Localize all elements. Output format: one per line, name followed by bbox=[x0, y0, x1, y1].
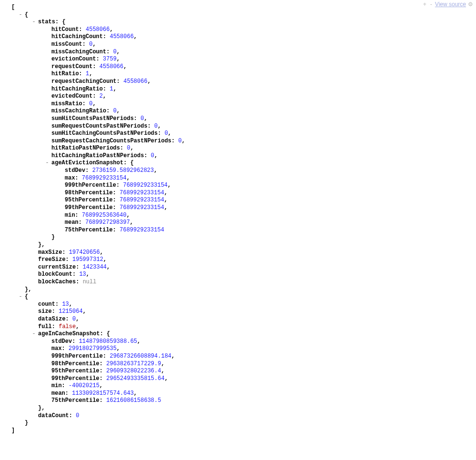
json-tree: [-{-stats: {hitCount: 4558066,hitCaching… bbox=[0, 0, 476, 444]
brace: { bbox=[25, 11, 28, 18]
brace: [ bbox=[11, 4, 15, 10]
collapse-toggle[interactable]: - bbox=[18, 293, 23, 301]
json-row-missCachingRatio: missCachingRatio: 0, bbox=[5, 108, 471, 115]
json-row: } bbox=[5, 420, 471, 427]
comma: , bbox=[76, 316, 79, 322]
json-value: 29609328022236.4 bbox=[106, 368, 161, 374]
colon: : bbox=[103, 33, 109, 40]
json-row-ageAtEvictionSnapshot: -ageAtEvictionSnapshot: { bbox=[5, 160, 471, 167]
json-row-currentSize: currentSize: 1423344, bbox=[5, 264, 471, 271]
comma: , bbox=[117, 108, 120, 114]
comma: , bbox=[168, 130, 171, 137]
json-value: 0 bbox=[127, 145, 130, 151]
colon: : bbox=[85, 167, 92, 174]
colon: : bbox=[158, 130, 164, 137]
comma: , bbox=[92, 41, 96, 48]
json-value: 4558066 bbox=[86, 26, 109, 33]
json-value: -40020215 bbox=[69, 382, 99, 389]
json-value: 0 bbox=[151, 152, 154, 159]
json-row-missCachingCount: missCachingCount: 0, bbox=[5, 49, 471, 56]
json-value: 4558066 bbox=[109, 33, 133, 40]
json-row-hitCachingRatioPastNPeriods: hitCachingRatioPastNPeriods: 0, bbox=[5, 152, 471, 160]
json-value: null bbox=[83, 279, 97, 285]
json-row: ] bbox=[5, 427, 471, 435]
json-row: -{ bbox=[5, 293, 471, 301]
json-row-max: max: 29918027999535, bbox=[5, 345, 471, 353]
colon: : bbox=[99, 397, 106, 404]
collapse-toggle[interactable]: - bbox=[31, 19, 36, 26]
json-row-hitRatioPastNPeriods: hitRatioPastNPeriods: 0, bbox=[5, 145, 471, 152]
comma: , bbox=[127, 212, 130, 219]
json-key: hitCount bbox=[51, 26, 79, 33]
json-row-mean: mean: 11330928157574.643, bbox=[5, 390, 471, 398]
json-value: 7689929233154 bbox=[82, 175, 127, 181]
json-row-75thPercentile: 75thPercentile: 7689929233154 bbox=[5, 227, 471, 234]
comma: , bbox=[134, 33, 137, 40]
json-row-freeSize: freeSize: 195997312, bbox=[5, 256, 471, 264]
comma: , bbox=[123, 63, 127, 70]
colon: : bbox=[171, 138, 178, 144]
collapse-toggle[interactable]: - bbox=[31, 330, 36, 338]
colon: : bbox=[62, 249, 69, 256]
json-value: 0 bbox=[178, 138, 181, 144]
colon: : bbox=[65, 390, 72, 397]
json-key: min bbox=[65, 212, 75, 219]
json-key: freeSize bbox=[38, 256, 66, 263]
json-row-95thPercentile: 95thPercentile: 29609328022236.4, bbox=[5, 368, 471, 375]
json-row-stdDev: stdDev: 2736159.5892962823, bbox=[5, 167, 471, 175]
colon: : bbox=[79, 219, 85, 226]
colon: : bbox=[92, 63, 99, 70]
json-value: 29652493335815.64 bbox=[106, 375, 164, 382]
json-row-98thPercentile: 98thPercentile: 29638263717229.9, bbox=[5, 360, 471, 368]
comma: , bbox=[127, 175, 130, 181]
comma: , bbox=[89, 70, 92, 77]
json-row: [ bbox=[5, 4, 471, 11]
colon: : bbox=[62, 345, 69, 352]
json-value: 13 bbox=[62, 301, 69, 308]
json-value: false bbox=[59, 323, 76, 330]
json-row-hitCachingCount: hitCachingCount: 4558066, bbox=[5, 33, 471, 41]
json-value: 0 bbox=[165, 130, 168, 137]
json-key: mean bbox=[51, 390, 65, 397]
json-row-999thPercentile: 999thPercentile: 29687326608894.184, bbox=[5, 353, 471, 360]
json-key: sumRequestCountsPastNPeriods bbox=[51, 123, 148, 130]
comma: , bbox=[107, 264, 110, 270]
collapse-toggle[interactable]: - bbox=[18, 11, 23, 19]
json-row-min: min: -40020215, bbox=[5, 382, 471, 390]
colon: : bbox=[62, 382, 69, 389]
json-key: 75thPercentile bbox=[65, 227, 113, 233]
json-value: 7689929233154 bbox=[119, 197, 164, 203]
json-key: hitCachingCount bbox=[51, 33, 103, 40]
colon: : bbox=[113, 197, 119, 203]
json-key: sumHitCachingCountsPastNPeriods bbox=[51, 130, 158, 137]
json-key: currentSize bbox=[38, 264, 76, 270]
comma: , bbox=[130, 145, 134, 151]
colon: : bbox=[52, 308, 59, 315]
json-key: 99thPercentile bbox=[51, 375, 99, 382]
comma: , bbox=[83, 308, 86, 315]
colon: : bbox=[52, 323, 59, 330]
json-row-requestCount: requestCount: 4558066, bbox=[5, 63, 471, 71]
json-key: sumRequestCachingCountsPastNPeriods bbox=[51, 138, 171, 144]
json-row-sumHitCachingCountsPastNPeriods: sumHitCachingCountsPastNPeriods: 0, bbox=[5, 130, 471, 138]
json-row-95thPercentile: 95thPercentile: 7689929233154, bbox=[5, 197, 471, 204]
colon: : bbox=[72, 338, 79, 345]
brace: } bbox=[51, 234, 55, 240]
json-row-mean: mean: 7689927298397, bbox=[5, 219, 471, 227]
colon: : bbox=[113, 190, 119, 196]
json-row-ageInCacheSnapshot: -ageInCacheSnapshot: { bbox=[5, 330, 471, 338]
json-key: ageInCacheSnapshot bbox=[38, 330, 100, 337]
json-key: blockCaches bbox=[38, 279, 76, 285]
json-key: ageAtEvictionSnapshot bbox=[51, 160, 123, 166]
json-key: 95thPercentile bbox=[65, 197, 113, 203]
comma: , bbox=[182, 138, 185, 144]
json-row-maxSize: maxSize: 197420656, bbox=[5, 249, 471, 257]
colon: : bbox=[82, 100, 89, 107]
json-value: 1423344 bbox=[83, 264, 107, 270]
collapse-toggle[interactable]: - bbox=[45, 160, 50, 167]
comma: , bbox=[137, 338, 140, 345]
comma: , bbox=[161, 368, 164, 374]
json-value: 197420656 bbox=[69, 249, 100, 256]
colon: : bbox=[99, 375, 106, 382]
json-value: 0 bbox=[113, 108, 117, 114]
